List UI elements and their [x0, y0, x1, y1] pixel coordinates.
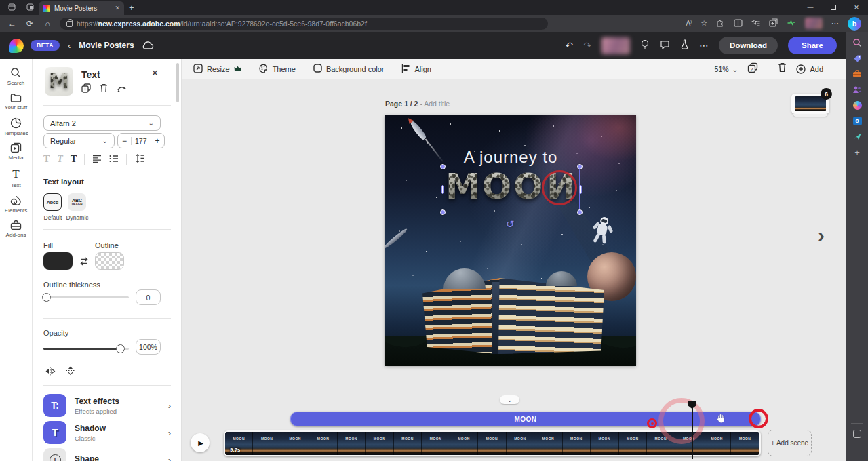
add-page-button[interactable]: Add: [796, 64, 823, 74]
text-effects-item[interactable]: T: Text effectsEffects applied ›: [43, 394, 171, 417]
document-title[interactable]: Movie Posters: [79, 41, 134, 50]
sidebar-designer-icon[interactable]: [852, 100, 863, 111]
delete-icon[interactable]: [100, 83, 108, 96]
underline-icon[interactable]: T: [71, 154, 77, 165]
filmstrip-thumb[interactable]: MOON: [281, 432, 309, 455]
tab-actions-icon[interactable]: [26, 3, 34, 12]
layout-dynamic-option[interactable]: ABCDEFGH: [68, 193, 86, 211]
selection-handle[interactable]: [440, 164, 446, 169]
outline-thickness-value[interactable]: 0: [136, 289, 161, 305]
sidebar-outlook-icon[interactable]: o: [852, 115, 863, 126]
font-size-decrease-button[interactable]: −: [118, 136, 131, 146]
next-page-chevron[interactable]: ›: [818, 224, 825, 247]
profile-avatar[interactable]: [805, 18, 823, 29]
font-size-increase-button[interactable]: +: [151, 136, 164, 146]
slider-knob[interactable]: [116, 344, 125, 353]
italic-icon[interactable]: T: [57, 154, 63, 165]
duplicate-icon[interactable]: [81, 83, 91, 96]
sidebar-search-icon[interactable]: [852, 37, 863, 48]
selection-handle[interactable]: [577, 164, 583, 169]
filmstrip-thumb[interactable]: MOON: [731, 432, 759, 455]
browser-essentials-icon[interactable]: [787, 18, 796, 28]
zoom-level-select[interactable]: 51%⌄: [715, 65, 738, 73]
extensions-icon[interactable]: [716, 18, 725, 28]
sidebar-shopping-icon[interactable]: [852, 53, 863, 64]
suggestions-bulb-icon[interactable]: [640, 39, 650, 52]
filmstrip-thumb[interactable]: MOON: [338, 432, 366, 455]
more-options-icon[interactable]: ⋯: [699, 40, 709, 51]
resize-button[interactable]: Resize: [193, 64, 241, 75]
selection-handle[interactable]: [577, 209, 583, 215]
sidebar-people-icon[interactable]: [852, 84, 863, 95]
sidebar-tools-icon[interactable]: [852, 68, 863, 79]
collections-icon[interactable]: [769, 18, 778, 28]
poster-subtitle-text[interactable]: A journey to: [385, 148, 636, 167]
flip-vertical-icon[interactable]: [66, 365, 75, 378]
filmstrip-thumb[interactable]: MOON: [450, 432, 478, 455]
filmstrip-thumb[interactable]: MOON: [563, 432, 591, 455]
shape-item[interactable]: T Shape ›: [43, 448, 171, 461]
filmstrip-thumb[interactable]: MOON: [591, 432, 618, 455]
layout-default-option[interactable]: Abcd: [43, 193, 62, 211]
shadow-item[interactable]: T ShadowClassic ›: [43, 421, 171, 444]
font-weight-select[interactable]: Regular⌄: [43, 133, 115, 148]
fill-color-swatch[interactable]: [43, 252, 73, 270]
timeline-collapse-button[interactable]: ⌄: [500, 395, 519, 404]
selection-handle[interactable]: [441, 185, 444, 194]
window-minimize-button[interactable]: —: [799, 0, 822, 15]
sidebar-item-media[interactable]: Media: [0, 142, 33, 161]
sidebar-item-your-stuff[interactable]: Your stuff: [0, 93, 33, 111]
poster-page[interactable]: A journey to MOON ↺: [385, 115, 636, 366]
theme-button[interactable]: Theme: [259, 64, 296, 75]
opacity-value[interactable]: 100%: [136, 339, 161, 355]
list-icon[interactable]: [109, 153, 119, 165]
filmstrip-thumb[interactable]: MOON: [366, 432, 393, 455]
favorite-star-icon[interactable]: ☆: [701, 19, 707, 28]
filmstrip-thumb[interactable]: MOON: [703, 432, 731, 455]
sidebar-add-icon[interactable]: +: [852, 146, 863, 157]
align-button[interactable]: Align: [401, 64, 431, 74]
adobe-express-logo[interactable]: [9, 39, 24, 53]
bold-icon[interactable]: T: [43, 154, 50, 165]
download-button[interactable]: Download: [719, 37, 778, 54]
home-icon[interactable]: ⌂: [42, 19, 53, 28]
slider-knob[interactable]: [42, 293, 51, 302]
sidebar-msn-icon[interactable]: [852, 131, 863, 142]
animate-icon[interactable]: [117, 83, 127, 96]
page-label[interactable]: Page 1 / 2 - Add title: [385, 100, 450, 108]
flip-horizontal-icon[interactable]: [45, 366, 56, 378]
playhead-line[interactable]: [692, 401, 693, 459]
line-spacing-icon[interactable]: [134, 153, 144, 165]
filmstrip-thumb[interactable]: MOON: [394, 432, 422, 455]
refresh-icon[interactable]: ⟳: [24, 19, 35, 28]
outline-color-swatch[interactable]: [95, 252, 124, 270]
sidebar-item-elements[interactable]: Elements: [0, 195, 33, 214]
filmstrip-thumb[interactable]: MOON: [619, 432, 647, 455]
favorites-bar-icon[interactable]: [751, 19, 760, 28]
font-size-value[interactable]: 177: [131, 137, 151, 145]
copilot-bing-icon[interactable]: b: [848, 17, 861, 31]
close-panel-icon[interactable]: ✕: [151, 68, 159, 78]
filmstrip-thumb[interactable]: MOON: [422, 432, 450, 455]
swap-fill-outline-icon[interactable]: [79, 256, 90, 268]
share-button[interactable]: Share: [788, 37, 837, 54]
filmstrip-thumb[interactable]: MOON: [534, 432, 562, 455]
selection-handle[interactable]: [579, 185, 582, 194]
filmstrip-thumb[interactable]: MOON: [507, 432, 534, 455]
workspaces-icon[interactable]: [8, 3, 16, 12]
sidebar-item-search[interactable]: Search: [0, 67, 33, 87]
sidebar-item-text[interactable]: T Text: [0, 167, 33, 189]
background-color-button[interactable]: Background color: [313, 64, 384, 74]
play-button[interactable]: ▶: [191, 433, 210, 452]
beta-flask-icon[interactable]: [680, 39, 689, 52]
collaborator-avatar[interactable]: [601, 37, 630, 54]
window-maximize-button[interactable]: [822, 0, 845, 15]
text-selection-box[interactable]: [443, 167, 580, 212]
url-box[interactable]: https://new.express.adobe.com/id/urn:aai…: [60, 18, 548, 30]
settings-more-icon[interactable]: ⋯: [831, 19, 839, 28]
rotate-handle-icon[interactable]: ↺: [506, 218, 515, 230]
sidebar-customize-icon[interactable]: [852, 428, 863, 439]
pages-thumbnail-stack[interactable]: 6: [790, 88, 832, 121]
duplicate-page-icon[interactable]: 2: [747, 62, 758, 76]
text-align-icon[interactable]: [92, 153, 102, 165]
